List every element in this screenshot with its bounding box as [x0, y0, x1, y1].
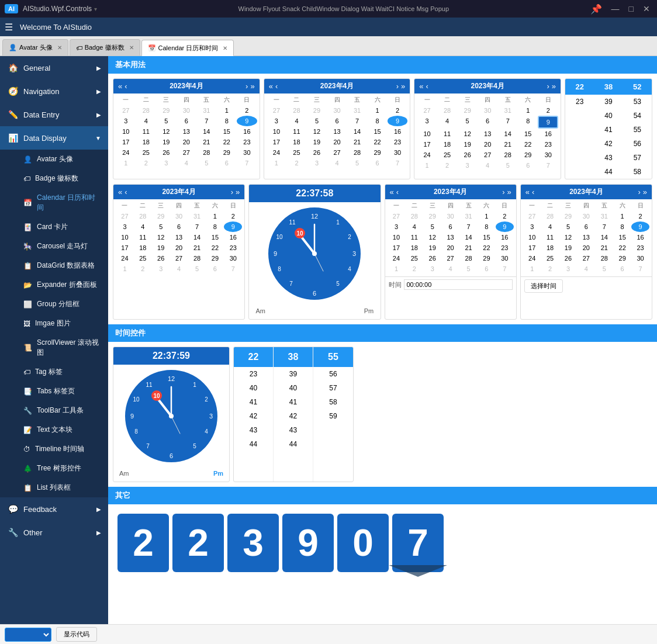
cal4-prev-btn[interactable]: ‹ [123, 188, 128, 196]
cal-day[interactable]: 8 [217, 116, 237, 126]
cal4-first-btn[interactable]: « [117, 188, 123, 196]
cal2-next-btn[interactable]: › [395, 82, 400, 91]
cal-day[interactable]: 22 [217, 137, 237, 147]
minute-item[interactable]: 42 [274, 409, 313, 423]
cal-day[interactable]: 21 [196, 137, 217, 147]
sidebar-sub-carousel[interactable]: 🎠 Carousel 走马灯 [0, 237, 108, 256]
cal1-next-btn[interactable]: › [244, 82, 249, 91]
sidebar-sub-calendar[interactable]: 📅 Calendar 日历和时间 [0, 188, 108, 217]
cal-day[interactable]: 3 [116, 116, 136, 126]
am-button[interactable]: Am [255, 307, 265, 314]
cal-day[interactable]: 7 [196, 116, 217, 126]
hour-item[interactable]: 41 [234, 395, 273, 409]
tab-calendar[interactable]: 📅 Calendar 日历和时间 ✕ [141, 40, 234, 56]
cal-day[interactable]: 10 [116, 126, 136, 137]
cal-day[interactable]: 3 [156, 158, 177, 168]
cal-day[interactable]: 15 [217, 126, 237, 137]
sidebar-item-navigation[interactable]: 🧭 Navigation ▶ [0, 79, 108, 103]
sidebar-sub-card[interactable]: 🃏 Card 卡片 [0, 217, 108, 237]
cal3-last-btn[interactable]: » [551, 82, 557, 91]
cal-day[interactable]: 12 [156, 126, 177, 137]
cal-day[interactable]: 7 [237, 158, 257, 168]
cal5-first-btn[interactable]: « [389, 188, 395, 196]
cal2-last-btn[interactable]: » [400, 82, 406, 91]
cal6-first-btn[interactable]: « [524, 188, 531, 196]
select-time-button[interactable]: 选择时间 [524, 279, 563, 293]
cal-day[interactable]: 2 [136, 158, 157, 168]
cal5-last-btn[interactable]: » [506, 188, 513, 196]
sidebar-item-other[interactable]: 🔧 Other ▶ [0, 521, 108, 544]
cal5-prev-btn[interactable]: ‹ [395, 188, 400, 196]
sidebar-item-general[interactable]: 🏠 General ▶ [0, 56, 108, 79]
minute-item[interactable]: 44 [274, 437, 313, 451]
cal-day[interactable]: 23 [237, 137, 257, 147]
cal-day[interactable]: 28 [196, 147, 217, 158]
cal6-next-btn[interactable]: › [637, 188, 641, 196]
cal2-first-btn[interactable]: « [268, 82, 274, 91]
cal-day[interactable]: 6 [217, 158, 237, 168]
cal-day[interactable]: 11 [136, 126, 157, 137]
sidebar-sub-toolbar[interactable]: 🔧 ToolBar 工具条 [0, 401, 108, 420]
second-item[interactable]: 58 [313, 395, 353, 409]
pm-button[interactable]: Pm [364, 307, 374, 314]
cal-day[interactable]: 29 [217, 147, 237, 158]
cal3-prev-btn[interactable]: ‹ [425, 82, 430, 91]
cal1-prev-btn[interactable]: ‹ [123, 82, 128, 91]
sidebar-sub-tree[interactable]: 🌲 Tree 树形控件 [0, 459, 108, 478]
sidebar-sub-text[interactable]: 📝 Text 文本块 [0, 420, 108, 439]
cal-day[interactable]: 30 [237, 147, 257, 158]
cal1-first-btn[interactable]: « [117, 82, 123, 91]
sidebar-sub-timeline[interactable]: ⏱ Timeline 时间轴 [0, 439, 108, 459]
sidebar-sub-badge[interactable]: 🏷 Badge 徽标数 [0, 169, 108, 188]
time-input-field[interactable] [404, 279, 513, 290]
close-button[interactable]: ✕ [641, 4, 652, 13]
sidebar-sub-scroll[interactable]: 📜 ScrollViewer 滚动视图 [0, 333, 108, 362]
tab-avatar[interactable]: 👤 Avatar 头像 ✕ [2, 39, 68, 56]
cal4-next-btn[interactable]: › [230, 188, 234, 196]
second-item[interactable]: 56 [313, 367, 353, 381]
cal-day[interactable]: 27 [116, 105, 136, 116]
hour-item[interactable]: 42 [234, 409, 273, 423]
sidebar-sub-avatar[interactable]: 👤 Avatar 头像 [0, 150, 108, 169]
hour-item[interactable]: 43 [234, 423, 273, 437]
sidebar-item-datadisplay[interactable]: 📊 Data Display ▼ [0, 126, 108, 150]
cal3-next-btn[interactable]: › [545, 82, 550, 91]
second-item[interactable]: 57 [313, 381, 353, 395]
tab-avatar-close[interactable]: ✕ [57, 44, 62, 51]
sidebar-sub-list[interactable]: 📋 List 列表框 [0, 478, 108, 497]
minute-item[interactable]: 43 [274, 423, 313, 437]
tab-badge-close[interactable]: ✕ [129, 44, 134, 51]
second-item[interactable]: 59 [313, 409, 353, 423]
cal2-prev-btn[interactable]: ‹ [274, 82, 279, 91]
cal-day[interactable]: 6 [177, 116, 197, 126]
minimize-button[interactable]: — [609, 4, 622, 13]
tab-calendar-close[interactable]: ✕ [223, 45, 227, 51]
cal-day[interactable]: 17 [116, 137, 136, 147]
show-code-button[interactable]: 显示代码 [56, 627, 97, 642]
sidebar-sub-tag[interactable]: 🏷 Tag 标签 [0, 362, 108, 382]
am2-button[interactable]: Am [119, 470, 129, 477]
sidebar-sub-expander[interactable]: 📂 Expander 折叠面板 [0, 275, 108, 295]
cal3-first-btn[interactable]: « [418, 82, 424, 91]
sidebar-sub-group[interactable]: ⬜ Group 分组框 [0, 295, 108, 314]
cal-day[interactable]: 29 [156, 105, 177, 116]
cal-day[interactable]: 24 [116, 147, 136, 158]
cal-day[interactable]: 31 [196, 105, 217, 116]
cal-day[interactable]: 4 [136, 116, 157, 126]
hour-item[interactable]: 40 [234, 381, 273, 395]
sidebar-item-feedback[interactable]: 💬 Feedback ▶ [0, 497, 108, 521]
pm2-button[interactable]: Pm [213, 470, 223, 477]
cal-day[interactable]: 26 [156, 147, 177, 158]
cal-day[interactable]: 19 [156, 137, 177, 147]
cal5-next-btn[interactable]: › [501, 188, 506, 196]
cal-day[interactable]: 20 [177, 137, 197, 147]
minute-item[interactable]: 40 [274, 381, 313, 395]
cal1-last-btn[interactable]: » [249, 82, 255, 91]
sidebar-item-dataentry[interactable]: ✏️ Data Entry ▶ [0, 103, 108, 126]
cal-day-today[interactable]: 9 [237, 116, 257, 126]
cal-day[interactable]: 5 [196, 158, 217, 168]
cal6-last-btn[interactable]: » [642, 188, 648, 196]
code-select[interactable] [5, 628, 51, 642]
sidebar-sub-tabs[interactable]: 📑 Tabs 标签页 [0, 382, 108, 401]
cal-day[interactable]: 1 [116, 158, 136, 168]
